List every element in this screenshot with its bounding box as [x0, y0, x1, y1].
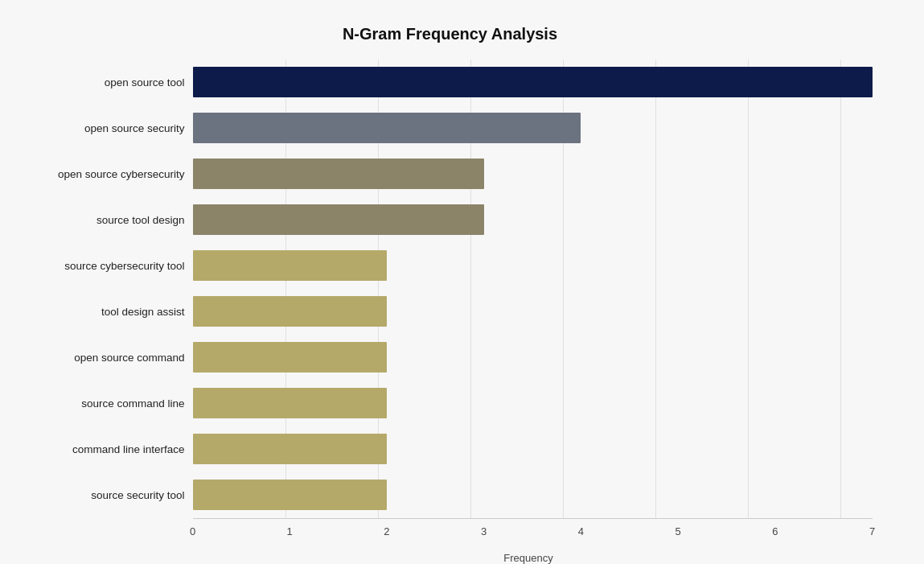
x-axis-label: Frequency: [185, 552, 873, 564]
bar-label: open source security: [36, 122, 193, 134]
bar-track: [193, 426, 873, 472]
x-axis: 01234567: [193, 518, 873, 550]
bar-label: command line interface: [36, 443, 193, 455]
bar-row: tool design assist: [36, 289, 873, 335]
bar-track: [193, 60, 873, 105]
bar: [193, 250, 387, 281]
x-tick: 4: [578, 525, 584, 537]
bar-label: open source command: [36, 352, 193, 364]
chart-title: N-Gram Frequency Analysis: [28, 25, 873, 43]
bar-label: open source cybersecurity: [36, 168, 193, 180]
bar-row: source tool design: [36, 197, 873, 243]
x-tick: 5: [675, 525, 680, 537]
bar-label: source cybersecurity tool: [36, 260, 193, 272]
bar-track: [193, 472, 873, 518]
bar-label: source security tool: [36, 489, 193, 501]
bar-row: source cybersecurity tool: [36, 243, 873, 289]
bar-row: command line interface: [36, 426, 873, 472]
bar: [193, 158, 484, 189]
bar: [193, 480, 387, 510]
bar-label: tool design assist: [36, 306, 193, 318]
chart-area: open source toolopen source securityopen…: [36, 60, 873, 518]
bar-row: open source cybersecurity: [36, 151, 873, 197]
bar: [193, 296, 387, 327]
bar-track: [193, 243, 873, 289]
bar: [193, 434, 387, 464]
bar-track: [193, 289, 873, 335]
chart-container: N-Gram Frequency Analysis open source to…: [20, 9, 905, 556]
x-tick: 6: [772, 525, 778, 537]
bar-track: [193, 335, 873, 381]
bar-track: [193, 151, 873, 197]
bar: [193, 204, 484, 235]
bar-track: [193, 197, 873, 243]
bar-row: open source tool: [36, 60, 873, 105]
x-tick: 0: [190, 525, 195, 537]
bar-row: open source security: [36, 105, 873, 151]
x-tick: 2: [384, 525, 389, 537]
bar-row: source command line: [36, 381, 873, 426]
x-tick: 7: [869, 525, 875, 537]
bar: [193, 342, 387, 373]
x-tick: 3: [481, 525, 487, 537]
bar-label: source tool design: [36, 214, 193, 226]
bar: [193, 388, 387, 418]
bar-label: open source tool: [36, 76, 193, 89]
bar-track: [193, 105, 873, 151]
bar-row: open source command: [36, 335, 873, 381]
x-tick: 1: [287, 525, 293, 537]
bar: [193, 113, 581, 143]
bar-label: source command line: [36, 397, 193, 410]
bar: [193, 67, 873, 97]
bar-track: [193, 381, 873, 426]
bar-row: source security tool: [36, 472, 873, 518]
